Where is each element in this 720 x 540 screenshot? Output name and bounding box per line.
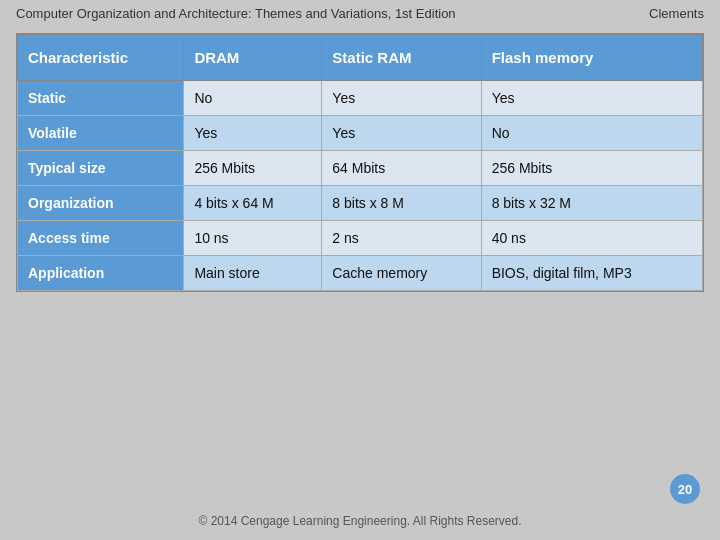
row-cell: 10 ns xyxy=(184,221,322,256)
row-cell: 8 bits x 32 M xyxy=(481,186,702,221)
row-cell: Yes xyxy=(184,116,322,151)
header-author: Clements xyxy=(649,6,704,21)
table-header-row: Characteristic DRAM Static RAM Flash mem… xyxy=(18,35,703,81)
row-cell: 256 Mbits xyxy=(481,151,702,186)
row-label: Access time xyxy=(18,221,184,256)
row-cell: Main store xyxy=(184,256,322,291)
page-number: 20 xyxy=(678,482,692,497)
table-row: ApplicationMain storeCache memoryBIOS, d… xyxy=(18,256,703,291)
col-header-static-ram: Static RAM xyxy=(322,35,481,81)
col-header-characteristic: Characteristic xyxy=(18,35,184,81)
row-cell: 4 bits x 64 M xyxy=(184,186,322,221)
row-cell: 64 Mbits xyxy=(322,151,481,186)
row-cell: 256 Mbits xyxy=(184,151,322,186)
header-title: Computer Organization and Architecture: … xyxy=(16,6,456,21)
row-cell: No xyxy=(481,116,702,151)
data-table: Characteristic DRAM Static RAM Flash mem… xyxy=(17,34,703,291)
row-label: Static xyxy=(18,81,184,116)
row-label: Organization xyxy=(18,186,184,221)
table-row: Organization4 bits x 64 M8 bits x 8 M8 b… xyxy=(18,186,703,221)
row-label: Application xyxy=(18,256,184,291)
col-header-flash-memory: Flash memory xyxy=(481,35,702,81)
table-row: Access time10 ns2 ns40 ns xyxy=(18,221,703,256)
col-header-dram: DRAM xyxy=(184,35,322,81)
header: Computer Organization and Architecture: … xyxy=(0,0,720,25)
row-cell: Yes xyxy=(481,81,702,116)
row-cell: 2 ns xyxy=(322,221,481,256)
row-cell: Cache memory xyxy=(322,256,481,291)
copyright-text: © 2014 Cengage Learning Engineering. All… xyxy=(0,514,720,528)
table-row: StaticNoYesYes xyxy=(18,81,703,116)
row-label: Volatile xyxy=(18,116,184,151)
row-label: Typical size xyxy=(18,151,184,186)
table-container: Characteristic DRAM Static RAM Flash mem… xyxy=(16,33,704,292)
table-row: Typical size256 Mbits64 Mbits256 Mbits xyxy=(18,151,703,186)
row-cell: BIOS, digital film, MP3 xyxy=(481,256,702,291)
row-cell: 40 ns xyxy=(481,221,702,256)
row-cell: Yes xyxy=(322,81,481,116)
row-cell: 8 bits x 8 M xyxy=(322,186,481,221)
page-number-badge: 20 xyxy=(670,474,700,504)
row-cell: No xyxy=(184,81,322,116)
table-body: StaticNoYesYesVolatileYesYesNoTypical si… xyxy=(18,81,703,291)
row-cell: Yes xyxy=(322,116,481,151)
page: Computer Organization and Architecture: … xyxy=(0,0,720,540)
table-row: VolatileYesYesNo xyxy=(18,116,703,151)
